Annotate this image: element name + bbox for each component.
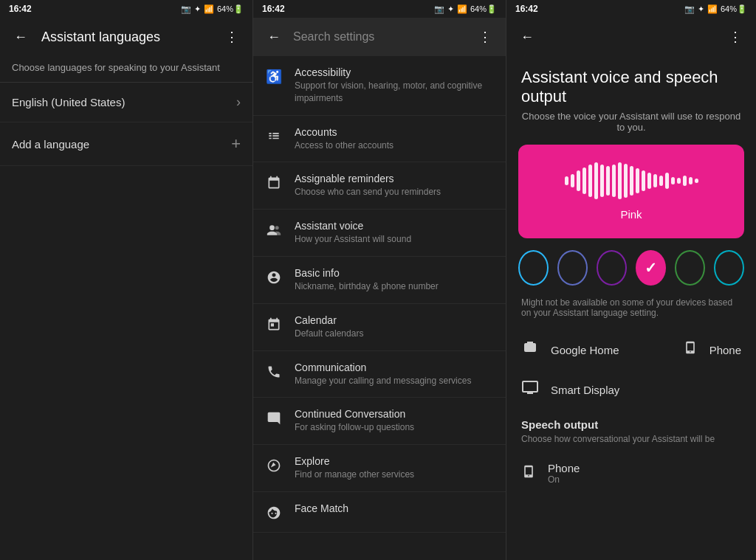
communication-icon (265, 363, 283, 381)
status-time-1: 16:42 (9, 4, 32, 14)
swatch-pink[interactable] (636, 250, 666, 286)
panel-assistant-languages: 16:42 📷 ✦ 📶 64%🔋 ← Assistant languages ⋮… (0, 0, 253, 560)
basic-info-icon (265, 269, 283, 286)
battery-icon-2: 64%🔋 (470, 4, 497, 14)
settings-item-continued-conversation[interactable]: Continued Conversation For asking follow… (253, 398, 506, 445)
settings-item-face-match[interactable]: Face Match (253, 492, 506, 533)
device-item-smart-display: Smart Display (506, 370, 756, 409)
bluetooth-icon-3: ✦ (698, 4, 704, 14)
continued-conversation-title: Continued Conversation (295, 408, 414, 420)
status-time-3: 16:42 (515, 4, 538, 14)
language-item-english[interactable]: English (United States) › (0, 83, 252, 122)
status-bar-3: 16:42 📷 ✦ 📶 64%🔋 (506, 0, 756, 18)
search-input[interactable] (293, 30, 466, 44)
chevron-right-icon: › (236, 94, 241, 110)
face-match-content: Face Match (295, 502, 348, 516)
status-icons-2: 📷 ✦ 📶 64%🔋 (434, 4, 497, 14)
smart-display-icon (521, 378, 539, 401)
camera-icon-3: 📷 (684, 4, 695, 14)
status-time-2: 16:42 (262, 4, 285, 14)
availability-note: Might not be available on some of your d… (506, 297, 756, 330)
swatch-indigo[interactable] (557, 250, 588, 286)
voice-page-subtitle: Choose the voice your Assistant will use… (506, 111, 756, 145)
bluetooth-icon: ✦ (194, 4, 201, 14)
device-item-google-home: Google Home Phone (506, 330, 756, 370)
back-arrow-icon-3: ← (520, 30, 534, 45)
reminders-content: Assignable reminders Choose who can send… (295, 173, 441, 198)
more-button-3[interactable]: ⋮ (724, 25, 747, 49)
reminders-title: Assignable reminders (295, 173, 441, 184)
settings-item-assistant-voice[interactable]: Assistant voice How your Assistant will … (253, 210, 506, 257)
face-match-title: Face Match (295, 502, 348, 514)
svg-point-1 (275, 226, 279, 229)
top-bar-1: ← Assistant languages ⋮ (0, 18, 252, 56)
more-dots-icon-2: ⋮ (478, 29, 492, 45)
add-language-label: Add a language (12, 138, 89, 151)
continued-conversation-icon (265, 409, 283, 427)
back-arrow-icon-2: ← (267, 30, 281, 45)
signal-icon-2: 📶 (457, 4, 467, 14)
assistant-voice-content: Assistant voice How your Assistant will … (295, 220, 411, 246)
waveform-visual (565, 162, 698, 199)
settings-item-explore[interactable]: Explore Find or manage other services (253, 445, 506, 492)
swatch-green[interactable] (675, 250, 705, 286)
panel-assistant-voice: 16:42 📷 ✦ 📶 64%🔋 ← ⋮ Assistant voice and… (506, 0, 756, 560)
signal-icon: 📶 (204, 4, 214, 14)
settings-item-accessibility[interactable]: ♿ Accessibility Support for vision, hear… (253, 56, 506, 116)
swatch-cyan[interactable] (714, 250, 744, 286)
status-icons-1: 📷 ✦ 📶 64%🔋 (181, 4, 244, 14)
swatch-blue[interactable] (518, 250, 549, 286)
back-arrow-icon: ← (14, 30, 27, 45)
speech-output-header: Speech output (506, 409, 756, 434)
speech-phone-item[interactable]: Phone On (506, 453, 756, 494)
voice-page-title: Assistant voice and speech output (506, 56, 756, 111)
basic-info-content: Basic info Nickname, birthday & phone nu… (295, 267, 439, 293)
status-bar-2: 16:42 📷 ✦ 📶 64%🔋 (253, 0, 506, 18)
accessibility-icon: ♿ (265, 68, 283, 86)
explore-title: Explore (295, 455, 414, 467)
back-button-1[interactable]: ← (9, 25, 32, 49)
settings-list: ♿ Accessibility Support for vision, hear… (253, 56, 506, 560)
communication-desc: Manage your calling and messaging servic… (295, 375, 471, 387)
communication-title: Communication (295, 362, 471, 373)
phone-device-icon (683, 340, 698, 359)
explore-desc: Find or manage other services (295, 469, 414, 481)
basic-info-title: Basic info (295, 267, 439, 279)
accessibility-content: Accessibility Support for vision, hearin… (295, 66, 494, 105)
more-button-1[interactable]: ⋮ (220, 25, 244, 49)
google-home-label: Google Home (551, 344, 619, 356)
camera-icon-2: 📷 (434, 4, 444, 14)
accounts-title: Accounts (295, 126, 394, 138)
swatch-purple[interactable] (597, 250, 627, 286)
settings-item-basic-info[interactable]: Basic info Nickname, birthday & phone nu… (253, 257, 506, 304)
calendar-icon (265, 316, 283, 333)
settings-item-accounts[interactable]: Accounts Access to other accounts (253, 116, 506, 163)
status-bar-1: 16:42 📷 ✦ 📶 64%🔋 (0, 0, 252, 18)
status-icons-3: 📷 ✦ 📶 64%🔋 (684, 4, 747, 14)
settings-item-calendar[interactable]: Calendar Default calendars (253, 304, 506, 351)
add-icon: + (231, 134, 241, 153)
page-subtitle-1: Choose languages for speaking to your As… (0, 56, 252, 83)
explore-icon (265, 457, 283, 474)
accounts-desc: Access to other accounts (295, 139, 394, 152)
explore-content: Explore Find or manage other services (295, 455, 414, 481)
settings-item-reminders[interactable]: Assignable reminders Choose who can send… (253, 162, 506, 210)
svg-point-0 (269, 226, 275, 231)
assistant-voice-desc: How your Assistant will sound (295, 233, 411, 246)
settings-item-communication[interactable]: Communication Manage your calling and me… (253, 351, 506, 398)
add-language-item[interactable]: Add a language + (0, 122, 252, 166)
signal-icon-3: 📶 (707, 4, 718, 14)
bluetooth-icon-2: ✦ (447, 4, 454, 14)
back-button-3[interactable]: ← (515, 25, 539, 49)
panel-search-settings: 16:42 📷 ✦ 📶 64%🔋 ← ⋮ ♿ Accessibility Sup… (253, 0, 506, 560)
back-button-2[interactable]: ← (262, 25, 286, 49)
accounts-content: Accounts Access to other accounts (295, 126, 394, 152)
speech-phone-name: Phone (548, 462, 580, 474)
accounts-icon (265, 128, 283, 145)
smart-display-label: Smart Display (551, 384, 619, 396)
top-bar-3: ← ⋮ (506, 18, 756, 56)
page-title-1: Assistant languages (41, 30, 211, 45)
reminders-icon (265, 174, 283, 192)
waveform-card: Pink (518, 145, 744, 238)
search-more-button[interactable]: ⋮ (473, 25, 497, 49)
